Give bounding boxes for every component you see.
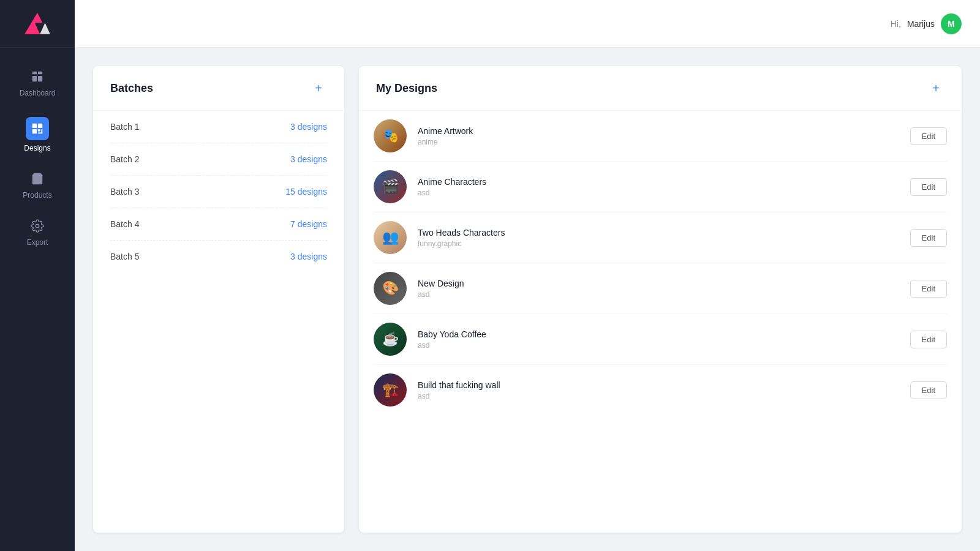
avatar[interactable]: M bbox=[941, 13, 962, 34]
design-tag: asd bbox=[418, 341, 899, 350]
design-tag: asd bbox=[418, 392, 899, 400]
dashboard-label: Dashboard bbox=[20, 89, 56, 97]
design-info: Anime Characters asd bbox=[418, 177, 899, 197]
design-thumbnail: 🎬 bbox=[374, 170, 407, 203]
topbar: Hi, Marijus M bbox=[75, 0, 980, 48]
batch-count: 7 designs bbox=[290, 219, 327, 229]
svg-rect-2 bbox=[32, 72, 37, 75]
batch-item[interactable]: Batch 5 3 designs bbox=[110, 241, 327, 272]
sidebar-item-dashboard[interactable]: Dashboard bbox=[0, 60, 75, 107]
main-area: Hi, Marijus M Batches + Batch 1 3 design… bbox=[75, 0, 980, 551]
design-edit-button[interactable]: Edit bbox=[910, 229, 947, 247]
svg-rect-3 bbox=[38, 72, 42, 75]
design-item: ☕ Baby Yoda Coffee asd Edit bbox=[374, 314, 947, 365]
design-tag: asd bbox=[418, 290, 899, 299]
content-area: Batches + Batch 1 3 designs Batch 2 3 de… bbox=[75, 48, 980, 551]
export-label: Export bbox=[27, 238, 48, 247]
design-item: 🎨 New Design asd Edit bbox=[374, 263, 947, 314]
designs-header: My Designs + bbox=[359, 66, 962, 111]
design-item: 🏗️ Build that fucking wall asd Edit bbox=[374, 365, 947, 415]
design-item: 👥 Two Heads Characters funny.graphic Edi… bbox=[374, 212, 947, 263]
greeting-text: Hi, bbox=[891, 19, 901, 29]
design-item: 🎬 Anime Characters asd Edit bbox=[374, 162, 947, 212]
design-tag: anime bbox=[418, 138, 899, 146]
batch-name: Batch 4 bbox=[110, 219, 139, 229]
svg-rect-4 bbox=[32, 76, 37, 81]
design-name: Build that fucking wall bbox=[418, 380, 899, 390]
design-thumbnail: 🎭 bbox=[374, 119, 407, 152]
design-info: Two Heads Characters funny.graphic bbox=[418, 228, 899, 248]
batches-add-button[interactable]: + bbox=[310, 80, 327, 97]
svg-rect-9 bbox=[38, 129, 40, 132]
design-thumbnail: 🎨 bbox=[374, 272, 407, 305]
design-name: Two Heads Characters bbox=[418, 228, 899, 238]
batch-name: Batch 5 bbox=[110, 252, 139, 261]
design-tag: asd bbox=[418, 189, 899, 197]
design-edit-button[interactable]: Edit bbox=[910, 381, 947, 399]
batches-header: Batches + bbox=[93, 66, 344, 111]
designs-card: My Designs + 🎭 Anime Artwork anime Edit … bbox=[359, 66, 962, 533]
design-tag: funny.graphic bbox=[418, 239, 899, 248]
batches-card: Batches + Batch 1 3 designs Batch 2 3 de… bbox=[93, 66, 344, 533]
designs-icon-bg bbox=[26, 117, 49, 140]
export-icon bbox=[31, 219, 44, 234]
svg-point-13 bbox=[36, 224, 39, 228]
svg-marker-1 bbox=[40, 23, 50, 34]
avatar-initial: M bbox=[948, 19, 955, 29]
design-info: New Design asd bbox=[418, 279, 899, 299]
svg-rect-7 bbox=[38, 124, 42, 128]
products-label: Products bbox=[23, 191, 51, 200]
sidebar-item-designs[interactable]: Designs bbox=[0, 107, 75, 162]
batch-item[interactable]: Batch 2 3 designs bbox=[110, 143, 327, 176]
design-item: 🎭 Anime Artwork anime Edit bbox=[374, 111, 947, 162]
design-edit-button[interactable]: Edit bbox=[910, 331, 947, 348]
batch-count: 3 designs bbox=[290, 122, 327, 132]
sidebar: Dashboard Designs Products Export bbox=[0, 0, 75, 551]
svg-rect-11 bbox=[38, 132, 42, 133]
batch-name: Batch 3 bbox=[110, 187, 139, 197]
design-thumbnail: 👥 bbox=[374, 221, 407, 254]
products-icon bbox=[31, 172, 44, 187]
design-name: New Design bbox=[418, 279, 899, 288]
batch-name: Batch 1 bbox=[110, 122, 139, 132]
batch-list: Batch 1 3 designs Batch 2 3 designs Batc… bbox=[93, 111, 344, 272]
batch-name: Batch 2 bbox=[110, 154, 139, 164]
svg-rect-8 bbox=[32, 129, 37, 133]
design-info: Baby Yoda Coffee asd bbox=[418, 329, 899, 350]
sidebar-navigation: Dashboard Designs Products Export bbox=[0, 48, 75, 257]
batch-item[interactable]: Batch 4 7 designs bbox=[110, 208, 327, 241]
batches-title: Batches bbox=[110, 82, 153, 95]
design-edit-button[interactable]: Edit bbox=[910, 127, 947, 145]
design-name: Anime Artwork bbox=[418, 126, 899, 136]
design-thumbnail: 🏗️ bbox=[374, 373, 407, 407]
designs-add-button[interactable]: + bbox=[927, 80, 944, 97]
batch-item[interactable]: Batch 1 3 designs bbox=[110, 111, 327, 143]
sidebar-item-products[interactable]: Products bbox=[0, 162, 75, 209]
design-name: Anime Characters bbox=[418, 177, 899, 187]
sidebar-item-export[interactable]: Export bbox=[0, 209, 75, 257]
svg-rect-6 bbox=[32, 124, 37, 128]
batch-count: 15 designs bbox=[285, 187, 327, 197]
designs-label: Designs bbox=[24, 144, 50, 152]
user-info: Hi, Marijus M bbox=[891, 13, 962, 34]
designs-title: My Designs bbox=[376, 82, 437, 95]
batch-count: 3 designs bbox=[290, 252, 327, 261]
design-thumbnail: ☕ bbox=[374, 323, 407, 356]
design-name: Baby Yoda Coffee bbox=[418, 329, 899, 339]
design-edit-button[interactable]: Edit bbox=[910, 280, 947, 298]
svg-marker-0 bbox=[24, 12, 42, 34]
design-info: Anime Artwork anime bbox=[418, 126, 899, 146]
design-edit-button[interactable]: Edit bbox=[910, 178, 947, 196]
designs-list: 🎭 Anime Artwork anime Edit 🎬 Anime Chara… bbox=[359, 111, 962, 415]
logo bbox=[0, 0, 75, 48]
dashboard-icon bbox=[31, 70, 44, 85]
design-info: Build that fucking wall asd bbox=[418, 380, 899, 400]
batch-item[interactable]: Batch 3 15 designs bbox=[110, 176, 327, 208]
batch-count: 3 designs bbox=[290, 154, 327, 164]
username-text: Marijus bbox=[907, 19, 935, 29]
svg-rect-5 bbox=[38, 76, 42, 81]
app-logo bbox=[22, 9, 53, 39]
